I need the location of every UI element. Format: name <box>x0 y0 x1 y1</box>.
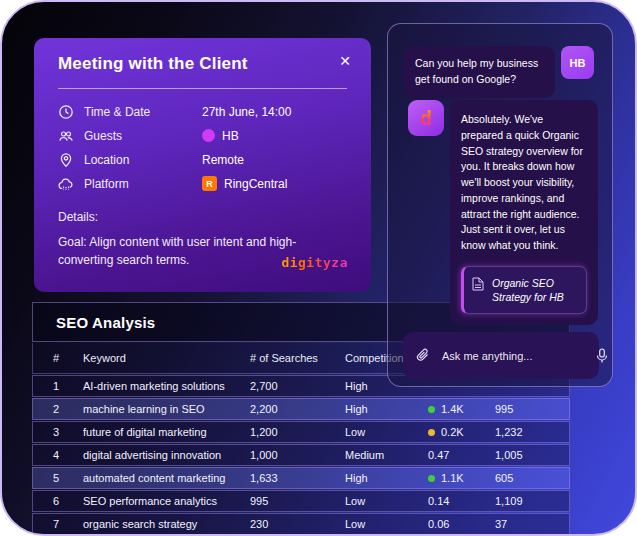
modal-title: Meeting with the Client <box>58 52 347 74</box>
app-canvas: Meeting with the Client ✕ Time & Date 27… <box>0 0 637 536</box>
cell-num: 4 <box>33 449 83 461</box>
chat-input[interactable] <box>440 349 586 363</box>
cell-metric: 0.14 <box>428 495 495 507</box>
col-header-keyword: Keyword <box>83 352 250 364</box>
clock-icon <box>58 104 74 120</box>
cell-count: 995 <box>495 403 569 415</box>
field-label: Guests <box>84 129 202 143</box>
cell-searches: 995 <box>250 495 345 507</box>
close-icon[interactable]: ✕ <box>335 50 355 72</box>
ringcentral-icon: R <box>202 176 217 191</box>
cell-searches: 2,200 <box>250 403 345 415</box>
cell-num: 5 <box>33 472 83 484</box>
cell-metric: 0.47 <box>428 449 495 461</box>
field-platform: Platform R RingCentral <box>58 174 347 193</box>
cell-metric: 1.1K <box>428 472 495 484</box>
metric-dot <box>428 429 435 436</box>
field-location: Location Remote <box>58 150 347 169</box>
seo-table-title: SEO Analysis <box>56 314 155 331</box>
cell-competition: High <box>345 403 428 415</box>
attachment-title: Organic SEO Strategy for HB <box>492 276 578 304</box>
cell-keyword: future of digital marketing <box>83 426 250 438</box>
field-value: 27th June, 14:00 <box>202 105 347 119</box>
table-row: 5 automated content marketing 1,633 High… <box>32 467 570 489</box>
cell-searches: 1,633 <box>250 472 345 484</box>
field-label: Location <box>84 153 202 167</box>
bot-message-row: d Absolutely. We've prepared a quick Org… <box>408 100 598 347</box>
cell-count: 605 <box>495 472 569 484</box>
cell-metric: 1.4K <box>428 403 495 415</box>
cloud-platform-icon <box>58 176 74 192</box>
cell-keyword: machine learning in SEO <box>83 403 250 415</box>
field-label: Time & Date <box>84 105 202 119</box>
field-label: Platform <box>84 177 202 191</box>
bot-avatar-letter: d <box>420 108 432 128</box>
col-header-searches: # of Searches <box>250 352 345 364</box>
cell-count: 1,005 <box>495 449 569 461</box>
bot-avatar: d <box>408 100 444 136</box>
cell-num: 7 <box>33 518 83 530</box>
paperclip-icon[interactable] <box>416 348 430 363</box>
cell-competition: Low <box>345 426 428 438</box>
chat-panel: Can you help my business get found on Go… <box>387 23 613 387</box>
field-time-date: Time & Date 27th June, 14:00 <box>58 102 347 121</box>
cell-competition: High <box>345 472 428 484</box>
cell-searches: 1,000 <box>250 449 345 461</box>
attachment-card[interactable]: Organic SEO Strategy for HB <box>461 266 587 314</box>
table-row: 7 organic search strategy 230 Low 0.06 3… <box>32 513 570 535</box>
guest-dot <box>202 129 215 142</box>
cell-searches: 1,200 <box>250 426 345 438</box>
cell-competition: Low <box>345 495 428 507</box>
field-value: Remote <box>202 153 347 167</box>
cell-num: 1 <box>33 380 83 392</box>
meeting-fields: Time & Date 27th June, 14:00 Guests HB L… <box>58 102 347 193</box>
table-body: 1 AI-driven marketing solutions 2,700 Hi… <box>32 375 570 535</box>
cell-searches: 230 <box>250 518 345 530</box>
cell-metric: 0.2K <box>428 426 495 438</box>
table-row: 6 SEO performance analytics 995 Low 0.14… <box>32 490 570 512</box>
cell-competition: Low <box>345 518 428 530</box>
metric-dot <box>428 475 435 482</box>
user-message-row: Can you help my business get found on Go… <box>403 46 597 98</box>
cell-count: 37 <box>495 518 569 530</box>
cell-keyword: organic search strategy <box>83 518 250 530</box>
guests-icon <box>58 128 74 144</box>
digityza-logo: digityza <box>281 255 348 270</box>
user-avatar: HB <box>561 46 594 79</box>
field-guests: Guests HB <box>58 126 347 145</box>
guest-name: HB <box>222 129 239 143</box>
platform-name: RingCentral <box>224 177 287 191</box>
divider <box>58 88 347 89</box>
cell-competition: Medium <box>345 449 428 461</box>
cell-num: 2 <box>33 403 83 415</box>
cell-num: 6 <box>33 495 83 507</box>
field-value: R RingCentral <box>202 176 347 191</box>
microphone-icon[interactable] <box>596 348 608 364</box>
cell-metric: 0.06 <box>428 518 495 530</box>
cell-keyword: automated content marketing <box>83 472 250 484</box>
metric-dot <box>428 406 435 413</box>
cell-searches: 2,700 <box>250 380 345 392</box>
cell-count: 1,109 <box>495 495 569 507</box>
table-row: 3 future of digital marketing 1,200 Low … <box>32 421 570 443</box>
cell-keyword: digital advertising innovation <box>83 449 250 461</box>
cell-num: 3 <box>33 426 83 438</box>
bot-message-bubble: Absolutely. We've prepared a quick Organ… <box>450 100 598 325</box>
col-header-num: # <box>33 352 83 364</box>
table-row: 4 digital advertising innovation 1,000 M… <box>32 444 570 466</box>
bot-message-text: Absolutely. We've prepared a quick Organ… <box>461 112 587 254</box>
meeting-modal: Meeting with the Client ✕ Time & Date 27… <box>34 38 371 292</box>
cell-keyword: AI-driven marketing solutions <box>83 380 250 392</box>
details-label: Details: <box>58 210 347 224</box>
cell-keyword: SEO performance analytics <box>83 495 250 507</box>
location-pin-icon <box>58 152 74 168</box>
table-row: 2 machine learning in SEO 2,200 High 1.4… <box>32 398 570 420</box>
cell-count: 1,232 <box>495 426 569 438</box>
chat-input-bar <box>403 332 599 379</box>
document-icon <box>472 277 484 296</box>
field-value: HB <box>202 129 347 143</box>
user-message-bubble: Can you help my business get found on Go… <box>403 46 555 98</box>
